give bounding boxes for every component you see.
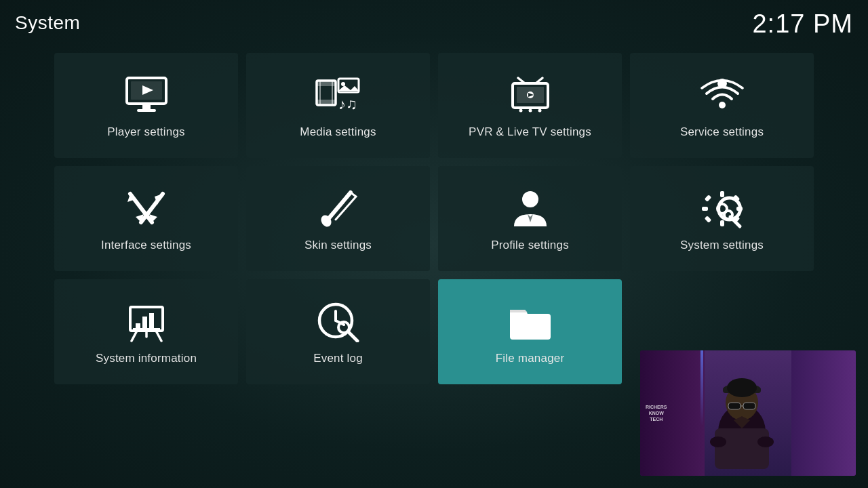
svg-rect-38 (702, 207, 708, 211)
tile-service-settings[interactable]: Service settings (630, 53, 814, 158)
page-title: System (15, 12, 80, 34)
tile-skin-settings[interactable]: Skin settings (246, 166, 430, 271)
pvr-settings-label: PVR & Live TV settings (469, 125, 591, 139)
svg-rect-50 (136, 323, 140, 329)
svg-rect-65 (743, 403, 755, 409)
svg-rect-67 (715, 428, 769, 469)
svg-rect-64 (728, 403, 741, 409)
tile-file-manager[interactable]: File manager (438, 279, 622, 384)
event-log-label: Event log (313, 352, 363, 365)
pvr-settings-icon (507, 75, 553, 116)
interface-settings-icon (123, 188, 170, 229)
svg-rect-36 (720, 191, 724, 197)
svg-point-17 (519, 108, 522, 112)
svg-point-63 (727, 378, 757, 397)
service-settings-label: Service settings (680, 125, 764, 139)
tile-pvr-settings[interactable]: PVR & Live TV settings (438, 53, 622, 158)
tile-interface-settings[interactable]: Interface settings (54, 166, 238, 271)
settings-grid: Player settings ♪♫ Media settings (54, 53, 814, 384)
svg-rect-52 (149, 313, 154, 329)
svg-rect-40 (704, 195, 711, 202)
svg-point-19 (538, 108, 541, 112)
tile-player-settings[interactable]: Player settings (54, 53, 238, 158)
service-settings-icon (699, 75, 745, 116)
media-settings-label: Media settings (300, 125, 376, 139)
svg-line-47 (132, 331, 137, 341)
webcam-feed: RICHERS KNOW TECH (640, 350, 856, 476)
file-manager-icon (507, 302, 553, 342)
webcam-overlay: RICHERS KNOW TECH (640, 350, 856, 476)
tile-event-log[interactable]: Event log (246, 279, 430, 384)
svg-line-48 (156, 331, 161, 341)
system-information-icon (123, 302, 170, 342)
tile-system-settings[interactable]: System settings (630, 166, 814, 271)
skin-settings-label: Skin settings (304, 239, 372, 252)
tile-profile-settings[interactable]: Profile settings (438, 166, 622, 271)
svg-point-18 (528, 108, 532, 112)
svg-rect-42 (704, 216, 711, 223)
profile-settings-label: Profile settings (491, 239, 569, 252)
system-settings-icon (699, 188, 745, 229)
svg-point-22 (719, 102, 726, 108)
tile-media-settings[interactable]: ♪♫ Media settings (246, 53, 430, 158)
svg-rect-39 (736, 207, 743, 211)
system-settings-label: System settings (680, 239, 764, 252)
svg-point-68 (710, 436, 726, 447)
player-settings-icon (123, 75, 170, 116)
svg-rect-7 (317, 100, 336, 105)
svg-point-69 (757, 436, 774, 447)
player-settings-label: Player settings (107, 125, 185, 139)
profile-settings-icon (507, 188, 553, 229)
svg-rect-51 (142, 317, 147, 329)
svg-point-31 (522, 191, 538, 207)
system-information-label: System information (96, 352, 197, 365)
svg-line-57 (348, 331, 357, 341)
interface-settings-label: Interface settings (101, 239, 191, 252)
svg-point-45 (724, 211, 732, 219)
tile-system-information[interactable]: System information (54, 279, 238, 384)
skin-settings-icon (315, 188, 361, 229)
svg-point-23 (717, 79, 727, 88)
svg-rect-37 (720, 220, 724, 226)
svg-rect-3 (142, 104, 151, 109)
webcam-person-silhouette (681, 367, 803, 476)
event-log-icon (315, 302, 361, 342)
media-settings-icon: ♪♫ (315, 75, 361, 116)
clock-display: 2:17 PM (752, 9, 853, 39)
svg-rect-6 (317, 81, 336, 86)
svg-text:♪♫: ♪♫ (338, 96, 357, 113)
webcam-sign: RICHERS KNOW TECH (646, 404, 667, 422)
file-manager-label: File manager (496, 352, 565, 365)
svg-rect-4 (137, 109, 156, 112)
